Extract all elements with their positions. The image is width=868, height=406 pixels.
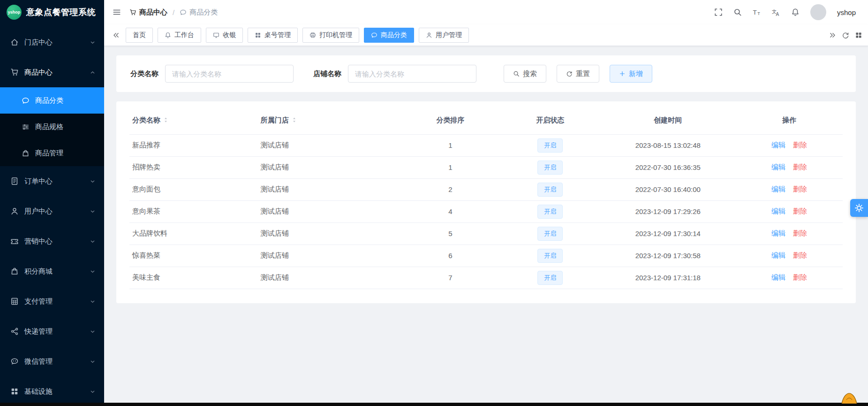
- status-badge[interactable]: 开启: [537, 138, 563, 153]
- col-header-store[interactable]: 所属门店: [258, 107, 400, 134]
- edit-link[interactable]: 编辑: [771, 251, 785, 259]
- table-row: 惊喜热菜 测试店铺 6 开启 2023-12-09 17:30:58 编辑删除: [129, 245, 843, 267]
- refresh-icon[interactable]: [842, 31, 849, 39]
- sidebar: yshop 意象点餐管理系统 门店中心商品中心商品分类商品规格商品管理订单中心用…: [0, 0, 104, 406]
- tab-product-category[interactable]: 商品分类: [364, 28, 414, 43]
- col-header-created: 创建时间: [600, 107, 736, 134]
- status-badge[interactable]: 开启: [537, 161, 563, 175]
- translate-icon[interactable]: 文A: [772, 8, 780, 16]
- home-icon: [10, 38, 19, 46]
- chevron-down-icon: [90, 238, 96, 245]
- edit-link[interactable]: 编辑: [771, 185, 785, 193]
- cell-operations: 编辑删除: [736, 134, 843, 156]
- delete-link[interactable]: 删除: [793, 141, 807, 149]
- avatar[interactable]: [810, 4, 826, 20]
- ticket-icon: [10, 237, 19, 245]
- settings-fab[interactable]: [850, 199, 868, 217]
- sidebar-item-label: 积分商城: [24, 267, 90, 276]
- tab-user-manage[interactable]: 用户管理: [419, 28, 469, 43]
- sidebar-item-user-center[interactable]: 用户中心: [0, 196, 104, 226]
- delete-link[interactable]: 删除: [793, 163, 807, 171]
- chevron-down-icon: [90, 359, 96, 365]
- delete-link[interactable]: 删除: [793, 273, 807, 281]
- tabs-scroll-left-icon[interactable]: [113, 31, 120, 39]
- sidebar-item-payment-manage[interactable]: 支付管理: [0, 286, 104, 316]
- sidebar-item-label: 用户中心: [24, 207, 90, 216]
- sidebar-item-marketing-center[interactable]: 营销中心: [0, 226, 104, 256]
- col-header-label: 开启状态: [536, 116, 564, 124]
- sidebar-item-label: 微信管理: [24, 357, 90, 366]
- sort-caret-icon[interactable]: [162, 116, 169, 123]
- tab-table-manage[interactable]: 桌号管理: [248, 28, 298, 43]
- col-header-category-name[interactable]: 分类名称: [129, 107, 258, 134]
- tab-cashier[interactable]: 收银: [206, 28, 243, 43]
- fullscreen-icon[interactable]: [714, 8, 723, 16]
- chat-icon: [180, 9, 187, 16]
- chevron-down-icon: [90, 329, 96, 335]
- status-badge[interactable]: 开启: [537, 271, 563, 285]
- chevron-down-icon: [90, 178, 96, 184]
- font-size-icon[interactable]: TT: [753, 8, 761, 16]
- search-icon[interactable]: [733, 8, 742, 16]
- delete-link[interactable]: 删除: [793, 185, 807, 193]
- cell-status: 开启: [500, 245, 600, 267]
- tab-printer-manage[interactable]: 打印机管理: [302, 28, 359, 43]
- add-button[interactable]: 新增: [610, 65, 652, 83]
- sidebar-item-label: 快递管理: [24, 327, 90, 336]
- sidebar-item-store-center[interactable]: 门店中心: [0, 27, 104, 57]
- edit-link[interactable]: 编辑: [771, 163, 785, 171]
- edit-link[interactable]: 编辑: [771, 141, 785, 149]
- status-badge[interactable]: 开启: [537, 183, 563, 197]
- sidebar-item-label: 商品中心: [24, 68, 90, 77]
- cell-status: 开启: [500, 178, 600, 200]
- store-name-input[interactable]: [348, 65, 476, 83]
- cell-status: 开启: [500, 200, 600, 222]
- category-name-input[interactable]: [165, 65, 294, 83]
- tabs-scroll-right-icon[interactable]: [829, 31, 836, 39]
- status-badge[interactable]: 开启: [537, 227, 563, 241]
- sort-caret-icon[interactable]: [291, 116, 298, 123]
- breadcrumb-item-product-category[interactable]: 商品分类: [180, 8, 218, 17]
- col-header-label: 分类排序: [436, 116, 464, 124]
- sidebar-item-express-manage[interactable]: 快递管理: [0, 316, 104, 346]
- search-button[interactable]: 搜索: [504, 65, 546, 83]
- tab-options-icon[interactable]: [855, 31, 862, 39]
- status-badge[interactable]: 开启: [537, 205, 563, 219]
- app-logo-row[interactable]: yshop 意象点餐管理系统: [0, 0, 104, 24]
- sidebar-item-wechat-manage[interactable]: 微信管理: [0, 346, 104, 376]
- sidebar-subitem-label: 商品规格: [35, 123, 104, 131]
- header-actions: TT 文A yshop: [714, 4, 856, 20]
- sidebar-item-product-center[interactable]: 商品中心: [0, 57, 104, 87]
- breadcrumb: 商品中心/商品分类: [129, 8, 218, 17]
- col-header-sort-order: 分类排序: [400, 107, 500, 134]
- sidebar-item-label: 订单中心: [24, 177, 90, 186]
- bell-icon[interactable]: [791, 8, 800, 16]
- tab-workbench[interactable]: 工作台: [158, 28, 201, 43]
- username[interactable]: yshop: [837, 8, 856, 16]
- delete-link[interactable]: 删除: [793, 207, 807, 215]
- edit-link[interactable]: 编辑: [771, 207, 785, 215]
- mascot-widget[interactable]: [841, 392, 858, 404]
- hamburger-icon[interactable]: [113, 8, 121, 16]
- sidebar-subitem-product-category[interactable]: 商品分类: [0, 87, 104, 114]
- cell-store: 测试店铺: [258, 200, 400, 222]
- sidebar-item-points-mall[interactable]: 积分商城: [0, 256, 104, 286]
- share-icon: [10, 327, 19, 336]
- sidebar-item-order-center[interactable]: 订单中心: [0, 166, 104, 196]
- edit-link[interactable]: 编辑: [771, 273, 785, 281]
- reset-button[interactable]: 重置: [557, 65, 599, 83]
- tab-home[interactable]: 首页: [126, 28, 153, 43]
- edit-link[interactable]: 编辑: [771, 229, 785, 237]
- main-area: 商品中心/商品分类 TT 文A yshop 首页工作台收银桌号管理打印机管理商品…: [104, 0, 868, 406]
- tab-label: 商品分类: [381, 31, 407, 39]
- sidebar-item-infrastructure[interactable]: 基础设施: [0, 376, 104, 406]
- delete-link[interactable]: 删除: [793, 229, 807, 237]
- sidebar-subitem-product-manage[interactable]: 商品管理: [0, 140, 104, 166]
- breadcrumb-label: 商品分类: [189, 8, 218, 17]
- status-badge[interactable]: 开启: [537, 249, 563, 263]
- delete-link[interactable]: 删除: [793, 251, 807, 259]
- breadcrumb-item-product-center[interactable]: 商品中心: [129, 8, 167, 17]
- cell-sort-order: 2: [400, 178, 500, 200]
- sidebar-subitem-label: 商品管理: [35, 149, 104, 158]
- sidebar-subitem-product-spec[interactable]: 商品规格: [0, 114, 104, 140]
